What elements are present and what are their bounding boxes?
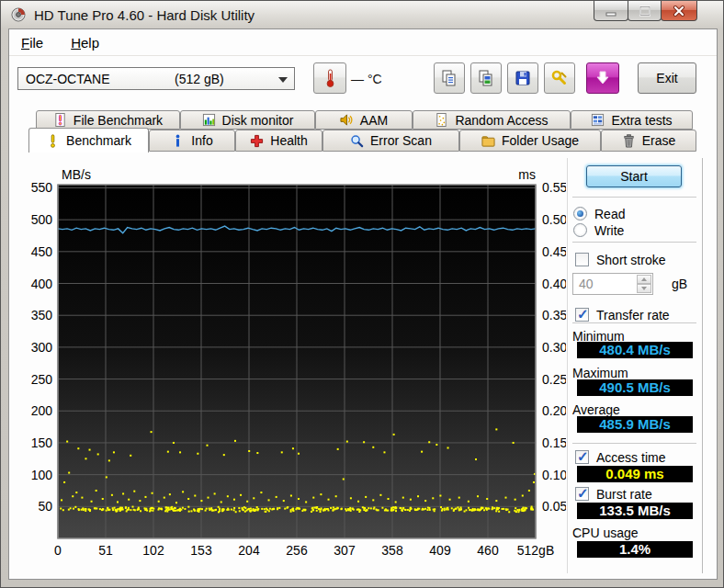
svg-text:256: 256 [286,543,308,558]
tab-label: Info [191,133,212,148]
svg-text:409: 409 [429,543,451,558]
svg-text:51: 51 [98,543,113,558]
maximize-button[interactable] [628,1,662,21]
transfer-rate-checkbox[interactable] [575,308,589,322]
separator [572,242,696,243]
erase-icon [622,134,636,148]
tab-label: Disk monitor [222,113,294,128]
app-icon [11,7,26,22]
tab-label: Random Access [455,113,548,128]
svg-text:450: 450 [31,244,53,259]
random-access-icon [435,113,448,127]
short-stroke-unit: gB [672,277,687,291]
burst-rate-checkbox[interactable] [575,487,589,501]
write-label[interactable]: Write [594,223,624,238]
copy-text-icon [440,69,458,87]
tab-info[interactable]: Info [149,130,235,152]
tab-folder-usage[interactable]: Folder Usage [459,130,601,152]
tab-aam[interactable]: AAM [315,110,413,130]
tab-label: AAM [360,113,388,128]
short-stroke-size-input[interactable]: 40 [572,273,653,295]
tab-health[interactable]: Health [235,130,322,152]
copy-image-button[interactable] [470,62,502,94]
tab-extra-tests[interactable]: Extra tests [571,110,693,130]
disk-monitor-icon [202,113,216,127]
drive-name: OCZ-OCTANE [26,72,110,86]
burst-rate-value: 133.5 MB/s [577,503,693,519]
svg-text:150: 150 [31,435,53,450]
close-icon [673,6,685,17]
titlebar[interactable]: HD Tune Pro 4.60 - Hard Disk Utility [1,1,723,28]
separator [572,197,696,198]
copy-text-button[interactable] [434,62,465,94]
cpu-usage-label: CPU usage [572,526,639,540]
maximum-value: 490.5 MB/s [577,379,693,396]
tab-label: Benchmark [66,133,131,148]
svg-text:512gB: 512gB [517,543,554,558]
menu-help[interactable]: Help [67,33,103,52]
read-label[interactable]: Read [594,207,625,221]
benchmark-icon [46,134,60,148]
tab-label: Health [270,133,307,148]
svg-text:0.40: 0.40 [542,277,566,291]
folder-usage-icon [481,134,495,148]
burst-rate-label[interactable]: Burst rate [596,487,652,502]
copy-image-icon [477,69,495,87]
save-icon [514,69,532,87]
spinner-up-button[interactable] [637,275,651,284]
start-label: Start [620,169,648,184]
minimum-value: 480.4 MB/s [577,342,693,358]
info-icon [171,134,185,148]
access-time-label[interactable]: Access time [596,450,665,465]
download-button[interactable] [586,62,619,94]
tab-error-scan[interactable]: Error Scan [322,130,459,152]
tab-erase[interactable]: Erase [601,130,696,152]
transfer-rate-label[interactable]: Transfer rate [596,308,670,322]
benchmark-chart: MB/sms5500.555000.504500.454000.403500.3… [28,164,566,569]
file-benchmark-icon [53,113,67,127]
access-time-value: 0.049 ms [577,466,693,482]
exit-label: Exit [656,71,677,85]
spinner-down-button[interactable] [637,284,651,293]
svg-text:460: 460 [477,543,499,558]
svg-text:0.45: 0.45 [542,244,566,259]
write-radio[interactable] [573,223,587,237]
short-stroke-label[interactable]: Short stroke [596,253,665,267]
svg-text:0.10: 0.10 [542,468,566,482]
exit-button[interactable]: Exit [638,62,696,94]
page-edge-line [702,158,704,573]
tab-label: Error Scan [370,133,432,148]
menu-file[interactable]: File [17,33,47,52]
start-button[interactable]: Start [586,165,682,187]
svg-text:307: 307 [334,543,356,558]
average-label: Average [572,402,620,417]
svg-text:100: 100 [31,468,53,482]
svg-text:0.05: 0.05 [542,499,566,514]
minimize-button[interactable] [594,1,628,21]
separator [572,443,696,445]
tab-disk-monitor[interactable]: Disk monitor [180,110,315,130]
tab-benchmark[interactable]: Benchmark [28,128,149,153]
maximize-icon [639,6,651,17]
options-button[interactable] [544,62,575,94]
tab-file-benchmark[interactable]: File Benchmark [36,110,180,130]
svg-text:0.15: 0.15 [542,435,566,450]
read-radio[interactable] [573,207,587,220]
extra-tests-icon [591,113,605,127]
save-button[interactable] [507,62,538,94]
temperature-button[interactable] [313,62,346,94]
access-time-checkbox[interactable] [575,450,589,464]
tab-random-access[interactable]: Random Access [413,110,571,130]
svg-text:0.55: 0.55 [542,180,566,195]
svg-text:0.50: 0.50 [542,212,566,227]
drive-selector[interactable]: OCZ-OCTANE (512 gB) [17,67,295,90]
svg-text:0.30: 0.30 [542,340,566,355]
spinner-arrows [637,275,651,293]
close-button[interactable] [661,1,697,21]
aam-icon [340,113,354,127]
svg-text:50: 50 [38,499,52,514]
svg-text:102: 102 [142,543,164,558]
client-area: File Help OCZ-OCTANE (512 gB) — °C [8,28,718,580]
svg-text:400: 400 [31,277,53,291]
short-stroke-checkbox[interactable] [575,253,589,266]
